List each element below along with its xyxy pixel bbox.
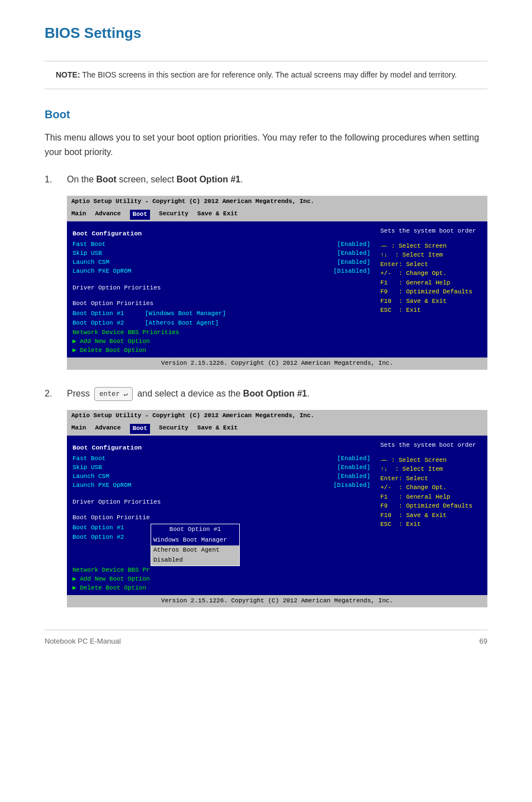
bios-2-driver-header: Driver Option Priorities [72, 498, 370, 507]
bios-1-hint-2: ↑↓ : Select Item [380, 250, 483, 260]
step-1-bold1: Boot [96, 175, 116, 184]
bios-screen-2-body: Aptio Setup Utility - Copyright (C) 2012… [67, 410, 487, 607]
bios-1-main: Boot Configuration Fast Boot [Enabled] S… [67, 225, 376, 357]
bios-1-tab-advance[interactable]: Advance [95, 210, 120, 220]
bios-1-footer: Version 2.15.1226. Copyright (C) 2012 Am… [67, 357, 487, 370]
section-boot-title: Boot [45, 106, 487, 123]
bios-2-netdev: Network Device BBS Pr [72, 566, 370, 575]
step-1-number: 1. [45, 173, 67, 186]
bios-2-hint-8: ESC : Exit [380, 520, 483, 529]
bios-1-tab-security[interactable]: Security [159, 210, 188, 220]
enter-key: enter ↵ [94, 387, 133, 401]
bios-1-delete[interactable]: ▶ Delete Boot Option [72, 346, 370, 355]
note-box: NOTE: The BIOS screens in this section a… [45, 61, 487, 89]
bios-1-boot-option1: Boot Option #1 [Windows Boot Manager] [72, 310, 370, 318]
bios-2-tab-security[interactable]: Security [159, 424, 188, 434]
bios-2-dropdown-opt3[interactable]: Disabled [151, 555, 239, 566]
bios-1-hint-1: →← : Select Screen [380, 241, 483, 251]
step-2-bold2: Boot Option #1 [243, 389, 307, 398]
bios-1-addnew[interactable]: ▶ Add New Boot Option [72, 337, 370, 346]
bios-2-hint-3: Enter: Select [380, 474, 483, 484]
bios-2-main: Boot Configuration Fast Boot [Enabled] S… [67, 439, 376, 595]
bios-1-sidebar: Sets the system boot order →← : Select S… [376, 225, 487, 357]
bios-2-fastboot-value: [Enabled] [337, 455, 370, 463]
bios-1-hint-7: F10 : Save & Exit [380, 297, 483, 306]
bios-1-skipusb-value: [Enabled] [337, 249, 370, 258]
bios-screen-1-body: Aptio Setup Utility - Copyright (C) 2012… [67, 196, 487, 370]
bios-1-skipusb-label: Skip USB [72, 249, 102, 258]
bios-2-boot-option2: Boot Option #2 [72, 533, 145, 542]
bios-1-hint-8: ESC : Exit [380, 306, 483, 315]
bios-2-sidebar: Sets the system boot order →← : Select S… [376, 439, 487, 595]
step-2: 2. Press enter ↵ and select a device as … [45, 386, 487, 401]
bios-screen-2: Aptio Setup Utility - Copyright (C) 2012… [67, 410, 487, 607]
bios-1-fastboot-label: Fast Boot [72, 240, 105, 249]
bios-screen-1: Aptio Setup Utility - Copyright (C) 2012… [67, 196, 487, 370]
bios-1-boot-option2-value: [Atheros Boot Agent] [145, 319, 219, 328]
bios-2-boot-option1: Boot Option #1 [72, 524, 145, 533]
bios-2-skipusb-label: Skip USB [72, 463, 102, 472]
bios-1-tab-saveexit[interactable]: Save & Exit [197, 210, 238, 220]
bios-2-dropdown-opt2[interactable]: Atheros Boot Agent [151, 545, 239, 555]
footer-text: Notebook PC E-Manual [45, 636, 121, 647]
bios-1-section-header: Boot Configuration [72, 229, 370, 239]
bios-2-item-skipusb: Skip USB [Enabled] [72, 463, 370, 472]
bios-1-launchpxe-value: [Disabled] [333, 267, 370, 276]
bios-2-sidebar-desc: Sets the system boot order [380, 441, 483, 450]
enter-key-label: enter ↵ [99, 390, 128, 398]
bios-2-launchcsm-value: [Enabled] [337, 472, 370, 481]
page-title: BIOS Settings [45, 22, 487, 44]
bios-2-tab-saveexit[interactable]: Save & Exit [197, 424, 238, 434]
bios-1-tab-main[interactable]: Main [71, 210, 86, 220]
bios-1-netdev: Network Device BBS Priorities [72, 328, 370, 337]
bios-1-sidebar-desc: Sets the system boot order [380, 227, 483, 236]
note-label: NOTE: [56, 70, 80, 79]
bios-2-addnew[interactable]: ▶ Add New Boot Option [72, 575, 370, 584]
bios-2-tab-main[interactable]: Main [71, 424, 86, 434]
bios-2-hint-4: +/- : Change Opt. [380, 483, 483, 492]
bios-2-dropdown-title: Boot Option #1 [151, 524, 239, 535]
bios-2-hint-6: F9 : Optimized Defaults [380, 501, 483, 511]
bios-2-content: Boot Configuration Fast Boot [Enabled] S… [67, 436, 487, 595]
bios-2-tab-advance[interactable]: Advance [95, 424, 120, 434]
bios-2-hint-2: ↑↓ : Select Item [380, 465, 483, 474]
bios-2-title-text: Aptio Setup Utility - Copyright (C) 2012… [71, 412, 315, 421]
step-1-text: On the Boot screen, select Boot Option #… [67, 172, 487, 187]
bios-2-hints: →← : Select Screen ↑↓ : Select Item Ente… [380, 456, 483, 529]
bios-1-tab-boot[interactable]: Boot [130, 210, 150, 220]
bios-2-tab-boot[interactable]: Boot [130, 424, 150, 434]
bios-1-tabbar: Main Advance Boot Security Save & Exit [67, 208, 487, 221]
bios-1-hint-4: +/- : Change Opt. [380, 269, 483, 278]
bios-1-hint-6: F9 : Optimized Defaults [380, 287, 483, 297]
bios-2-dropdown-opt1[interactable]: Windows Boot Manager [151, 535, 239, 545]
bios-1-item-launchpxe: Launch PXE OpROM [Disabled] [72, 267, 370, 276]
bios-1-titlebar: Aptio Setup Utility - Copyright (C) 2012… [67, 196, 487, 208]
bios-2-item-launchcsm: Launch CSM [Enabled] [72, 472, 370, 481]
bios-2-titlebar: Aptio Setup Utility - Copyright (C) 2012… [67, 410, 487, 422]
note-text: The BIOS screens in this section are for… [80, 70, 457, 79]
bios-1-item-fastboot: Fast Boot [Enabled] [72, 240, 370, 249]
step-1-bold2: Boot Option #1 [177, 175, 241, 184]
bios-2-hint-5: F1 : General Help [380, 492, 483, 502]
bios-1-hint-5: F1 : General Help [380, 278, 483, 288]
bios-2-boot-option1-label: Boot Option #1 [72, 524, 145, 533]
bios-2-launchpxe-label: Launch PXE OpROM [72, 481, 132, 490]
bios-1-boot-option1-label: Boot Option #1 [72, 310, 145, 318]
bios-1-boot-section: Boot Option Priorities [72, 299, 370, 308]
bios-1-driver-header: Driver Option Priorities [72, 284, 370, 293]
bios-2-hint-7: F10 : Save & Exit [380, 511, 483, 520]
bios-2-boot-options-row: Boot Option #1 Boot Option #2 Boot Optio… [72, 524, 370, 566]
bios-2-boot-section: Boot Option Prioritie [72, 514, 370, 523]
bios-1-boot-option1-value: [Windows Boot Manager] [145, 310, 226, 318]
bios-2-launchpxe-value: [Disabled] [333, 481, 370, 490]
bios-1-title-text: Aptio Setup Utility - Copyright (C) 2012… [71, 197, 315, 206]
footer-page-number: 69 [480, 636, 487, 647]
bios-2-dropdown[interactable]: Boot Option #1 Windows Boot Manager Athe… [151, 524, 240, 566]
bios-1-boot-option2-label: Boot Option #2 [72, 319, 145, 328]
page-footer: Notebook PC E-Manual 69 [45, 630, 487, 647]
bios-1-item-skipusb: Skip USB [Enabled] [72, 249, 370, 258]
bios-2-delete[interactable]: ▶ Delete Boot Option [72, 584, 370, 593]
step-2-number: 2. [45, 387, 67, 400]
bios-2-hint-1: →← : Select Screen [380, 456, 483, 465]
bios-2-launchcsm-label: Launch CSM [72, 472, 109, 481]
